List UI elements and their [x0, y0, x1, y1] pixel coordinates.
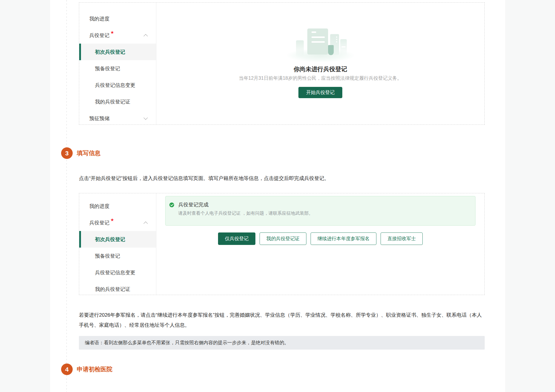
sidebar-item-registration-info-change[interactable]: 兵役登记信息变更 — [79, 264, 156, 281]
sidebar-item-label: 兵役登记信息变更 — [95, 269, 135, 276]
continue-enlistment-signup-button[interactable]: 继续进行本年度参军报名 — [311, 232, 376, 245]
sidebar-item-military-registration[interactable]: 兵役登记★ — [79, 27, 156, 44]
success-alert-description: 请及时查看个人电子兵役登记证 ，如有问题，请联系应征地武装部。 — [178, 210, 313, 216]
step-3-heading: 3 填写信息 — [61, 147, 101, 159]
direct-nco-recruit-button[interactable]: 直接招收军士 — [381, 232, 423, 245]
sidebar-item-my-registration-cert[interactable]: 我的兵役登记证 — [79, 281, 156, 295]
illustration-document — [307, 28, 328, 55]
sidebar-item-label: 我的兵役登记证 — [95, 286, 130, 293]
sidebar-item-label: 预备役登记 — [95, 253, 120, 259]
action-button-row: 仅兵役登记 我的兵役登记证 继续进行本年度参军报名 直接招收军士 — [156, 232, 484, 245]
instruction-paragraph-2: 若要进行2026年参军报名，请点击“继续进行本年度参军报名”按钮，完善婚姻状况、… — [79, 310, 485, 330]
editor-note: 编者语：看到左侧那么多菜单也不用紧张，只需按照右侧内容的提示一步步来，是绝对没有… — [79, 336, 485, 350]
step-4-number-badge: 4 — [61, 364, 73, 375]
instruction-paragraph-1: 点击“开始兵役登记”按钮后，进入兵役登记信息填写页面。填写户籍所在地等信息，点击… — [79, 175, 485, 182]
step-4-heading: 4 申请初检医院 — [61, 364, 112, 375]
sidebar-item-label: 预备役登记 — [95, 65, 120, 72]
screenshot-registration-empty: 我的进度 兵役登记★ 初次兵役登记 预备役登记 兵役登记信息变更 我的兵役登记证… — [79, 2, 485, 125]
sidebar-menu: 我的进度 兵役登记★ 初次兵役登记 预备役登记 兵役登记信息变更 我的兵役登记证… — [79, 3, 156, 125]
sidebar-item-registration-info-change[interactable]: 兵役登记信息变更 — [79, 77, 156, 93]
sidebar-item-label: 初次兵役登记 — [95, 49, 125, 55]
sidebar-item-reserve-registration[interactable]: 预备役登记 — [79, 60, 156, 77]
chevron-up-icon — [144, 34, 148, 38]
guide-page: 我的进度 兵役登记★ 初次兵役登记 预备役登记 兵役登记信息变更 我的兵役登记证… — [0, 0, 555, 392]
sidebar-item-my-progress[interactable]: 我的进度 — [79, 10, 156, 27]
empty-state-title: 你尚未进行兵役登记 — [156, 66, 484, 73]
step-3-title: 填写信息 — [77, 149, 101, 157]
chevron-down-icon — [144, 115, 148, 119]
step-3-number-badge: 3 — [61, 147, 73, 159]
sidebar-item-label: 预征预储 — [89, 115, 109, 122]
sidebar-item-label: 我的进度 — [89, 203, 109, 210]
illustration-window-dot — [336, 41, 337, 42]
illustration-bookmark — [328, 45, 334, 55]
start-registration-button[interactable]: 开始兵役登记 — [298, 87, 342, 98]
sidebar-item-first-registration[interactable]: 初次兵役登记 — [79, 231, 156, 248]
my-registration-cert-button[interactable]: 我的兵役登记证 — [260, 232, 306, 245]
empty-state-description: 当年12月31日前年满18岁的男性公民，应当按照法律规定履行兵役登记义务。 — [156, 75, 484, 81]
left-page-gutter — [0, 0, 50, 392]
sidebar-item-label: 我的兵役登记证 — [95, 98, 130, 105]
chevron-up-icon — [144, 221, 148, 225]
screenshot-content: 兵役登记完成 请及时查看个人电子兵役登记证 ，如有问题，请联系应征地武装部。 仅… — [156, 193, 484, 295]
step-timeline-dashed-line — [66, 0, 67, 392]
sidebar-item-my-progress[interactable]: 我的进度 — [79, 198, 156, 214]
sidebar-item-label: 初次兵役登记 — [95, 236, 125, 243]
illustration-window-dot — [336, 36, 337, 38]
screenshot-registration-complete: 我的进度 兵役登记★ 初次兵役登记 预备役登记 兵役登记信息变更 我的兵役登记证 — [79, 193, 485, 295]
success-check-icon — [169, 203, 174, 207]
sidebar-item-military-registration[interactable]: 兵役登记★ — [79, 214, 156, 231]
sidebar-menu: 我的进度 兵役登记★ 初次兵役登记 预备役登记 兵役登记信息变更 我的兵役登记证 — [79, 193, 156, 295]
success-alert-title: 兵役登记完成 — [178, 201, 209, 208]
illustration-window-dash — [341, 46, 346, 47]
sidebar-item-label: 兵役登记 — [89, 32, 109, 39]
illustration-window-dot — [336, 39, 337, 40]
screenshot-content: 你尚未进行兵役登记 当年12月31日前年满18岁的男性公民，应当按照法律规定履行… — [156, 3, 484, 125]
sidebar-item-label: 我的进度 — [89, 15, 109, 22]
success-alert: 兵役登记完成 请及时查看个人电子兵役登记证 ，如有问题，请联系应征地武装部。 — [165, 196, 476, 226]
required-star-icon: ★ — [110, 218, 114, 222]
step-4-title: 申请初检医院 — [77, 365, 112, 373]
sidebar-item-label: 兵役登记信息变更 — [95, 82, 135, 89]
right-page-gutter — [505, 0, 555, 392]
sidebar-item-label: 兵役登记 — [89, 219, 109, 226]
sidebar-item-my-registration-cert[interactable]: 我的兵役登记证 — [79, 93, 156, 110]
empty-state-illustration — [283, 26, 357, 63]
sidebar-item-pre-draft[interactable]: 预征预储 — [79, 110, 156, 125]
sidebar-item-first-registration[interactable]: 初次兵役登记 — [79, 44, 156, 60]
required-star-icon: ★ — [110, 30, 114, 34]
sidebar-item-reserve-registration[interactable]: 预备役登记 — [79, 248, 156, 264]
illustration-building-right — [340, 39, 347, 56]
registration-only-button[interactable]: 仅兵役登记 — [218, 232, 255, 245]
illustration-building-left — [296, 40, 304, 58]
